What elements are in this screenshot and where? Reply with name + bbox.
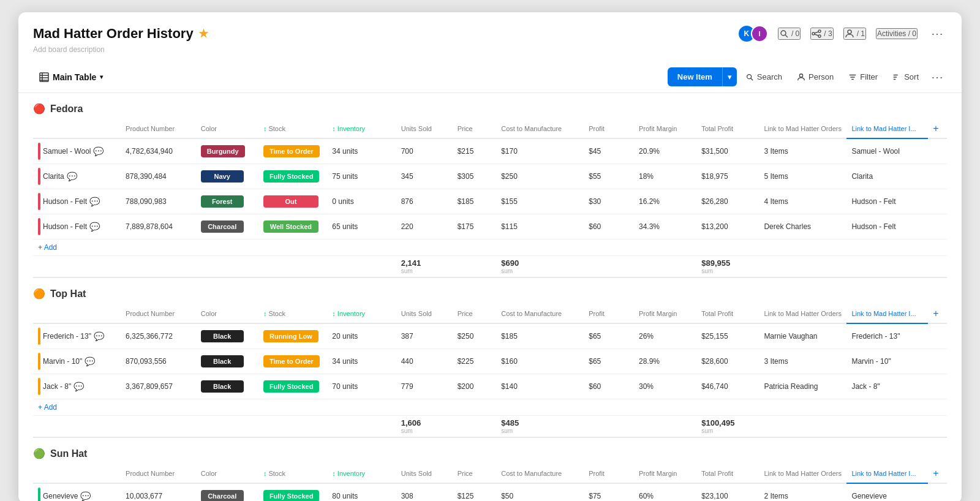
row-units-sold: 220 (396, 214, 453, 239)
color-badge: Charcoal (201, 220, 244, 233)
person-count[interactable]: / 1 (843, 28, 866, 40)
sort-button[interactable]: Sort (886, 69, 925, 85)
col-header-profit: Profit (584, 304, 634, 323)
col-header-pm: Profit Margin (634, 304, 696, 323)
col-header-color: Color (196, 304, 258, 323)
row-link-orders: 4 Items (759, 189, 846, 214)
comment-icon[interactable]: 💬 (80, 491, 91, 501)
add-column-button[interactable]: + (933, 123, 938, 134)
col-header-link-hatter: Link to Mad Hatter I... (846, 464, 928, 483)
row-profit-margin: 26% (634, 323, 696, 349)
new-item-dropdown-button[interactable]: ▾ (722, 67, 737, 86)
row-inventory: 34 units (327, 349, 396, 374)
group-name: Sun Hat (50, 448, 87, 459)
row-product-number: 10,003,677 (121, 483, 196, 501)
row-inventory: 80 units (327, 483, 396, 501)
row-bar (38, 218, 40, 235)
row-units-sold: 308 (396, 483, 453, 501)
stock-badge: Time to Order (263, 145, 320, 157)
search-count[interactable]: / 0 (778, 28, 801, 40)
row-total-profit: $46,740 (696, 374, 759, 399)
board-title: Mad Hatter Order History ★ (33, 26, 208, 42)
col-header-profit: Profit (584, 119, 634, 138)
row-color: Burgundy (196, 138, 258, 164)
row-bar (38, 378, 40, 395)
row-ctm: $115 (496, 214, 584, 239)
comment-icon[interactable]: 💬 (89, 222, 100, 232)
star-icon[interactable]: ★ (198, 27, 208, 40)
row-total-profit: $18,975 (696, 164, 759, 189)
row-product-number: 7,889,878,604 (121, 214, 196, 239)
row-profit: $60 (584, 374, 634, 399)
avatar-group: K I (737, 24, 768, 43)
col-header-price: Price (453, 304, 497, 323)
board-description[interactable]: Add board description (33, 45, 947, 54)
row-profit-margin: 30% (634, 374, 696, 399)
new-item-button[interactable]: New Item (668, 67, 722, 86)
add-item-cell[interactable]: + Add (33, 399, 947, 416)
row-name: Jack - 8" (43, 382, 71, 391)
row-bar (38, 143, 40, 160)
row-stock: Out (258, 189, 327, 214)
col-header-add[interactable]: + (928, 464, 947, 483)
col-header-stock: ↕ Stock (258, 119, 327, 138)
add-column-button[interactable]: + (933, 308, 938, 319)
col-header-name (33, 304, 121, 323)
filter-button[interactable]: Filter (842, 69, 884, 85)
comment-icon[interactable]: 💬 (93, 146, 104, 156)
col-header-name (33, 464, 121, 483)
row-profit-margin: 20.9% (634, 138, 696, 164)
row-product-number: 878,390,484 (121, 164, 196, 189)
person-filter-button[interactable]: Person (791, 69, 840, 85)
sum-ctm: $485 sum (496, 416, 584, 438)
share-count[interactable]: / 3 (810, 28, 833, 40)
col-header-product: Product Number (121, 304, 196, 323)
col-header-color: Color (196, 119, 258, 138)
add-column-button[interactable]: + (933, 468, 938, 479)
toolbar-more-button[interactable]: ⋯ (927, 69, 947, 86)
svg-line-1 (785, 35, 788, 37)
col-header-ctm: Cost to Manufacture (496, 464, 584, 483)
row-inventory: 20 units (327, 323, 396, 349)
group-toggle[interactable]: 🟠 (33, 288, 45, 299)
search-button[interactable]: Search (739, 69, 788, 85)
row-product-number: 6,325,366,772 (121, 323, 196, 349)
col-header-ctm: Cost to Manufacture (496, 304, 584, 323)
sum-row: 2,141 sum $690 sum $89,955 sum (33, 256, 947, 278)
col-header-add[interactable]: + (928, 304, 947, 323)
row-link-orders: 3 Items (759, 138, 846, 164)
col-header-tp: Total Profit (696, 119, 759, 138)
row-units-sold: 779 (396, 374, 453, 399)
col-header-inventory: ↕ Inventory (327, 464, 396, 483)
row-name: Clarita (43, 172, 64, 181)
row-bar (38, 193, 40, 210)
group-toggle[interactable]: 🔴 (33, 103, 45, 115)
table-icon (39, 72, 49, 82)
avatar-i[interactable]: I (751, 25, 768, 42)
activities-count[interactable]: Activities / 0 (876, 28, 918, 39)
comment-icon[interactable]: 💬 (94, 331, 104, 341)
color-badge: Black (201, 355, 244, 367)
color-badge: Navy (201, 170, 244, 183)
comment-icon[interactable]: 💬 (89, 197, 100, 206)
sum-row: 1,606 sum $485 sum $100,495 sum (33, 416, 947, 438)
add-item-cell[interactable]: + Add (33, 239, 947, 256)
row-name-cell: Genevieve 💬 (33, 483, 121, 501)
col-header-add[interactable]: + (928, 119, 947, 138)
group-table: Product Number Color ↕ Stock ↕ Inventory… (33, 304, 947, 438)
row-link-hatter: Clarita (846, 164, 928, 189)
stock-badge: Time to Order (263, 355, 320, 367)
add-row[interactable]: + Add (33, 239, 947, 256)
comment-icon[interactable]: 💬 (74, 382, 84, 391)
row-link-hatter: Genevieve (846, 483, 928, 501)
row-name-cell: Samuel - Wool 💬 (33, 138, 121, 164)
row-ctm: $250 (496, 164, 584, 189)
add-row[interactable]: + Add (33, 399, 947, 416)
row-ctm: $155 (496, 189, 584, 214)
header-more-button[interactable]: ⋯ (927, 25, 947, 42)
table-view-button[interactable]: Main Table ▾ (33, 69, 109, 86)
group-toggle[interactable]: 🟢 (33, 448, 45, 459)
comment-icon[interactable]: 💬 (67, 171, 77, 181)
row-product-number: 4,782,634,940 (121, 138, 196, 164)
comment-icon[interactable]: 💬 (85, 356, 95, 366)
